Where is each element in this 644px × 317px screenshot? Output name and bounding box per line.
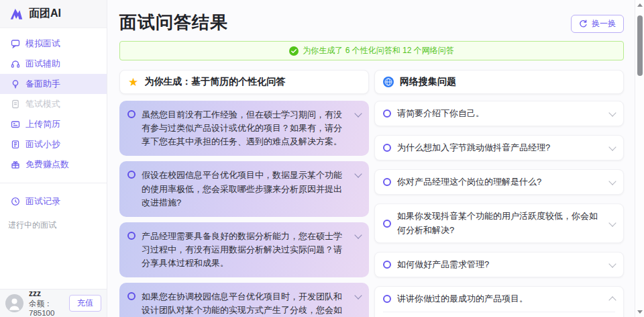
question-circle-icon xyxy=(383,220,391,228)
logo-icon xyxy=(9,7,23,20)
personalized-question-card[interactable]: 虽然您目前没有工作经验，但在硕士学习期间，有没有参与过类似产品设计或优化的项目？… xyxy=(119,101,369,156)
question-text: 讲讲你做过的最成功的产品项目。 xyxy=(397,292,604,306)
user-meta: zzz 余额： 785100 xyxy=(29,289,64,317)
sidebar-item-interview-records[interactable]: 面试记录 xyxy=(0,191,107,212)
question-circle-icon xyxy=(383,261,391,269)
personalized-question-card[interactable]: 如果您在协调校园信息平台优化项目时，开发团队和设计团队对某个功能的实现方式产生了… xyxy=(119,283,369,317)
records-section-label: 进行中的面试 xyxy=(0,212,107,231)
success-banner: 为你生成了 6 个性化问答和 12 个网络问答 xyxy=(119,41,624,60)
scrollbar-down-arrow[interactable] xyxy=(637,310,643,314)
sidebar-item-prep-helper[interactable]: 备面助手 xyxy=(0,74,107,94)
sidebar-menu: 模拟面试 面试辅助 备面助手 笔试模式 上传简历 面试小抄 xyxy=(0,28,107,289)
chevron-up-icon[interactable] xyxy=(608,296,616,304)
question-circle-icon xyxy=(383,109,391,118)
refresh-icon xyxy=(579,19,588,28)
personalized-title: 为你生成：基于简历的个性化问答 xyxy=(144,76,285,88)
chevron-down-icon[interactable] xyxy=(608,178,616,185)
sidebar-item-label: 备面助手 xyxy=(25,78,60,90)
web-question-card[interactable]: 请简要介绍下你自己。 xyxy=(374,101,624,126)
scrollbar-up-arrow[interactable] xyxy=(637,3,643,7)
user-bar: zzz 余额： 785100 充值 xyxy=(0,289,107,317)
question-text: 产品经理需要具备良好的数据分析能力，您在硕士学习过程中，有没有运用数据分析解决过… xyxy=(142,230,350,270)
chevron-down-icon[interactable] xyxy=(608,219,616,226)
chat-icon xyxy=(11,39,20,48)
headset-icon xyxy=(11,59,20,69)
user-name: zzz xyxy=(29,289,64,299)
chevron-down-icon[interactable] xyxy=(608,144,616,151)
chevron-down-icon[interactable] xyxy=(354,171,362,178)
web-questions-column: 网络搜集问题 请简要介绍下你自己。 为什么想加入字节跳动做抖音产品经理? xyxy=(374,70,624,317)
question-text: 如何做好产品需求管理? xyxy=(397,258,604,271)
resume-icon xyxy=(11,120,20,129)
web-question-card[interactable]: 如果你发现抖音某个功能的用户活跃度较低，你会如何分析和解决? xyxy=(374,203,624,242)
sidebar-item-written-mode[interactable]: 笔试模式 xyxy=(0,94,107,114)
check-circle-icon xyxy=(289,46,299,56)
personalized-column: ★ 为你生成：基于简历的个性化问答 虽然您目前没有工作经验，但在硕士学习期间，有… xyxy=(119,70,369,317)
sidebar-item-interview-assist[interactable]: 面试辅助 xyxy=(0,54,107,74)
question-text: 假设在校园信息平台优化项目中，数据显示某个功能的使用率极低，您会采取哪些步骤来分… xyxy=(142,169,350,209)
refresh-button[interactable]: 换一换 xyxy=(571,15,624,33)
question-circle-icon xyxy=(383,144,391,152)
document-icon xyxy=(11,99,20,109)
sidebar-item-earn-points[interactable]: 免费赚点数 xyxy=(0,154,107,175)
web-question-card-expanded[interactable]: 讲讲你做过的最成功的产品项目。 虽然我没有实际工作中的产品项目经验，但在学校参与… xyxy=(374,286,624,317)
question-text: 虽然您目前没有工作经验，但在硕士学习期间，有没有参与过类似产品设计或优化的项目？… xyxy=(142,108,350,148)
banner-text: 为你生成了 6 个性化问答和 12 个网络问答 xyxy=(303,45,453,56)
user-balance: 余额： 785100 xyxy=(29,299,64,317)
gift-icon xyxy=(11,160,20,169)
question-circle-icon xyxy=(383,295,391,303)
bulb-icon xyxy=(11,79,20,89)
question-circle-icon xyxy=(383,178,391,186)
question-circle-icon xyxy=(127,232,136,240)
clock-icon xyxy=(11,197,20,206)
chevron-down-icon[interactable] xyxy=(354,109,362,117)
sidebar-item-upload-resume[interactable]: 上传简历 xyxy=(0,114,107,134)
sidebar-divider xyxy=(0,183,107,183)
web-question-card[interactable]: 你对产品经理这个岗位的理解是什么? xyxy=(374,169,624,195)
sidebar: 面团AI 模拟面试 面试辅助 备面助手 笔试模式 上传简历 xyxy=(0,0,107,317)
logo-area: 面团AI xyxy=(0,0,107,28)
star-icon: ★ xyxy=(128,77,138,88)
question-circle-icon xyxy=(127,292,136,300)
question-circle-icon xyxy=(127,110,136,118)
vertical-scrollbar[interactable] xyxy=(635,0,644,317)
personalized-header: ★ 为你生成：基于简历的个性化问答 xyxy=(119,70,369,94)
answer-text: 虽然我没有实际工作中的产品项目经验，但在学校参与的课程项目中，有一个校园活动组织… xyxy=(383,312,615,317)
globe-icon xyxy=(383,77,394,87)
chevron-down-icon[interactable] xyxy=(354,292,362,300)
sidebar-item-label: 面试辅助 xyxy=(25,58,60,70)
sidebar-item-cheatsheet[interactable]: 面试小抄 xyxy=(0,134,107,154)
sidebar-item-label: 面试记录 xyxy=(25,195,60,208)
main-header: 面试问答结果 换一换 xyxy=(107,0,635,40)
refresh-label: 换一换 xyxy=(592,18,616,30)
main-content: 面试问答结果 换一换 为你生成了 6 个性化问答和 12 个网络问答 ★ xyxy=(107,0,635,317)
logo-text: 面团AI xyxy=(29,7,61,21)
personalized-question-card[interactable]: 产品经理需要具备良好的数据分析能力，您在硕士学习过程中，有没有运用数据分析解决过… xyxy=(119,222,369,277)
chevron-down-icon[interactable] xyxy=(354,231,362,238)
chevron-down-icon[interactable] xyxy=(608,109,616,116)
avatar xyxy=(5,294,23,312)
question-circle-icon xyxy=(127,171,136,179)
question-text: 请简要介绍下你自己。 xyxy=(397,107,604,120)
recharge-button[interactable]: 充值 xyxy=(69,295,101,312)
question-text: 如果你发现抖音某个功能的用户活跃度较低，你会如何分析和解决? xyxy=(397,210,604,236)
page-title: 面试问答结果 xyxy=(119,11,228,34)
web-questions-title: 网络搜集问题 xyxy=(400,76,456,88)
question-text: 如果您在协调校园信息平台优化项目时，开发团队和设计团队对某个功能的实现方式产生了… xyxy=(142,290,350,317)
sidebar-item-mock-interview[interactable]: 模拟面试 xyxy=(0,34,107,54)
app-window: 面团AI 模拟面试 面试辅助 备面助手 笔试模式 上传简历 xyxy=(0,0,644,317)
question-text: 你对产品经理这个岗位的理解是什么? xyxy=(397,175,604,189)
sidebar-item-label: 免费赚点数 xyxy=(25,158,69,171)
sidebar-item-label: 上传简历 xyxy=(25,118,60,130)
sidebar-item-label: 面试小抄 xyxy=(25,138,60,150)
question-columns: ★ 为你生成：基于简历的个性化问答 虽然您目前没有工作经验，但在硕士学习期间，有… xyxy=(107,70,635,317)
sidebar-item-label: 笔试模式 xyxy=(25,98,60,110)
web-question-card[interactable]: 如何做好产品需求管理? xyxy=(374,252,624,277)
personalized-question-card[interactable]: 假设在校园信息平台优化项目中，数据显示某个功能的使用率极低，您会采取哪些步骤来分… xyxy=(119,161,369,216)
web-questions-header: 网络搜集问题 xyxy=(374,70,624,94)
question-text: 为什么想加入字节跳动做抖音产品经理? xyxy=(397,141,604,154)
notebook-icon xyxy=(11,140,20,149)
scrollbar-thumb[interactable] xyxy=(637,15,643,76)
web-question-card[interactable]: 为什么想加入字节跳动做抖音产品经理? xyxy=(374,135,624,161)
chevron-down-icon[interactable] xyxy=(608,260,616,267)
